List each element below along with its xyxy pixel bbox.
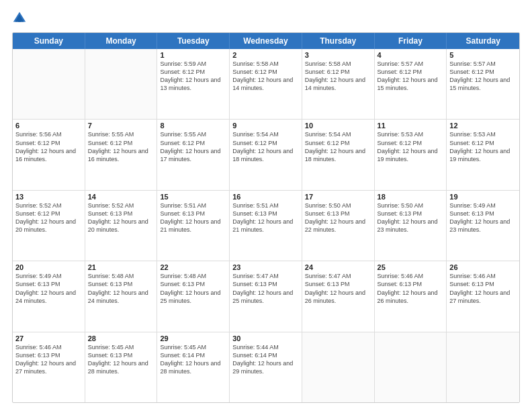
daylight-text: Daylight: 12 hours and 16 minutes. <box>88 147 154 163</box>
day-number: 30 <box>232 334 299 342</box>
calendar-cell: 7Sunrise: 5:55 AMSunset: 6:12 PMDaylight… <box>85 120 158 189</box>
calendar-cell: 9Sunrise: 5:54 AMSunset: 6:12 PMDaylight… <box>230 120 302 189</box>
sunrise-text: Sunrise: 5:55 AM <box>88 130 154 138</box>
day-number: 5 <box>449 51 517 59</box>
day-number: 14 <box>88 193 154 201</box>
day-number: 1 <box>160 51 226 59</box>
calendar-week-row: 1Sunrise: 5:59 AMSunset: 6:12 PMDaylight… <box>13 49 519 120</box>
calendar-cell: 20Sunrise: 5:49 AMSunset: 6:13 PMDayligh… <box>13 261 85 331</box>
sunset-text: Sunset: 6:13 PM <box>232 210 299 218</box>
calendar-cell: 3Sunrise: 5:58 AMSunset: 6:12 PMDaylight… <box>302 49 375 119</box>
day-number: 16 <box>232 193 299 201</box>
calendar-cell: 17Sunrise: 5:50 AMSunset: 6:13 PMDayligh… <box>302 191 375 261</box>
header-cell-tuesday: Tuesday <box>157 33 230 49</box>
sunrise-text: Sunrise: 5:53 AM <box>378 130 444 138</box>
sunrise-text: Sunrise: 5:59 AM <box>160 60 226 68</box>
daylight-text: Daylight: 12 hours and 19 minutes. <box>449 147 517 163</box>
calendar-cell <box>85 49 158 119</box>
day-number: 22 <box>160 263 226 271</box>
sunrise-text: Sunrise: 5:49 AM <box>15 272 82 280</box>
sunset-text: Sunset: 6:12 PM <box>160 68 226 76</box>
daylight-text: Daylight: 12 hours and 16 minutes. <box>15 147 82 163</box>
sunrise-text: Sunrise: 5:54 AM <box>305 130 371 138</box>
sunrise-text: Sunrise: 5:48 AM <box>88 272 154 280</box>
calendar-header-row: SundayMondayTuesdayWednesdayThursdayFrid… <box>13 33 519 49</box>
header-cell-sunday: Sunday <box>13 33 85 49</box>
day-number: 17 <box>305 193 371 201</box>
calendar-cell: 15Sunrise: 5:51 AMSunset: 6:13 PMDayligh… <box>157 191 230 261</box>
sunrise-text: Sunrise: 5:57 AM <box>449 60 517 68</box>
daylight-text: Daylight: 12 hours and 18 minutes. <box>305 147 371 163</box>
sunset-text: Sunset: 6:13 PM <box>160 210 226 218</box>
calendar-week-row: 20Sunrise: 5:49 AMSunset: 6:13 PMDayligh… <box>13 261 519 332</box>
day-number: 12 <box>449 122 517 130</box>
sunrise-text: Sunrise: 5:54 AM <box>232 130 299 138</box>
svg-rect-2 <box>18 18 21 22</box>
day-number: 7 <box>88 122 154 130</box>
sunrise-text: Sunrise: 5:50 AM <box>305 201 371 210</box>
sunset-text: Sunset: 6:13 PM <box>160 280 226 288</box>
header-cell-thursday: Thursday <box>302 33 375 49</box>
daylight-text: Daylight: 12 hours and 24 minutes. <box>15 289 82 305</box>
day-number: 15 <box>160 193 226 201</box>
calendar-cell: 25Sunrise: 5:46 AMSunset: 6:13 PMDayligh… <box>375 261 447 331</box>
sunset-text: Sunset: 6:13 PM <box>15 280 82 288</box>
day-number: 8 <box>160 122 226 130</box>
calendar-cell: 29Sunrise: 5:45 AMSunset: 6:14 PMDayligh… <box>157 332 230 402</box>
daylight-text: Daylight: 12 hours and 25 minutes. <box>160 289 226 305</box>
daylight-text: Daylight: 12 hours and 21 minutes. <box>232 218 299 234</box>
day-number: 23 <box>232 263 299 271</box>
day-number: 13 <box>15 193 82 201</box>
sunrise-text: Sunrise: 5:46 AM <box>449 272 517 280</box>
calendar-cell: 11Sunrise: 5:53 AMSunset: 6:12 PMDayligh… <box>375 120 447 189</box>
daylight-text: Daylight: 12 hours and 28 minutes. <box>160 359 226 375</box>
sunrise-text: Sunrise: 5:44 AM <box>232 343 299 351</box>
sunset-text: Sunset: 6:13 PM <box>15 351 82 359</box>
sunset-text: Sunset: 6:12 PM <box>15 210 82 218</box>
day-number: 28 <box>88 334 154 342</box>
calendar-cell: 8Sunrise: 5:55 AMSunset: 6:12 PMDaylight… <box>157 120 230 189</box>
sunset-text: Sunset: 6:12 PM <box>160 139 226 147</box>
daylight-text: Daylight: 12 hours and 13 minutes. <box>160 76 226 92</box>
sunrise-text: Sunrise: 5:53 AM <box>449 130 517 138</box>
calendar-cell: 10Sunrise: 5:54 AMSunset: 6:12 PMDayligh… <box>302 120 375 189</box>
calendar-cell: 13Sunrise: 5:52 AMSunset: 6:12 PMDayligh… <box>13 191 85 261</box>
calendar-cell <box>447 332 519 402</box>
daylight-text: Daylight: 12 hours and 23 minutes. <box>378 218 444 234</box>
day-number: 11 <box>378 122 444 130</box>
sunrise-text: Sunrise: 5:58 AM <box>232 60 299 68</box>
sunset-text: Sunset: 6:14 PM <box>232 351 299 359</box>
calendar-week-row: 27Sunrise: 5:46 AMSunset: 6:13 PMDayligh… <box>13 332 519 402</box>
daylight-text: Daylight: 12 hours and 21 minutes. <box>160 218 226 234</box>
sunrise-text: Sunrise: 5:55 AM <box>160 130 226 138</box>
sunset-text: Sunset: 6:13 PM <box>449 210 517 218</box>
day-number: 20 <box>15 263 82 271</box>
calendar-cell: 12Sunrise: 5:53 AMSunset: 6:12 PMDayligh… <box>447 120 519 189</box>
daylight-text: Daylight: 12 hours and 29 minutes. <box>232 359 299 375</box>
calendar-cell: 2Sunrise: 5:58 AMSunset: 6:12 PMDaylight… <box>230 49 302 119</box>
calendar-cell: 19Sunrise: 5:49 AMSunset: 6:13 PMDayligh… <box>447 191 519 261</box>
day-number: 27 <box>15 334 82 342</box>
sunrise-text: Sunrise: 5:52 AM <box>88 201 154 210</box>
calendar-cell: 14Sunrise: 5:52 AMSunset: 6:13 PMDayligh… <box>85 191 158 261</box>
sunset-text: Sunset: 6:12 PM <box>232 139 299 147</box>
daylight-text: Daylight: 12 hours and 15 minutes. <box>449 76 517 92</box>
day-number: 6 <box>15 122 82 130</box>
calendar-cell: 6Sunrise: 5:56 AMSunset: 6:12 PMDaylight… <box>13 120 85 189</box>
daylight-text: Daylight: 12 hours and 17 minutes. <box>160 147 226 163</box>
calendar-cell: 23Sunrise: 5:47 AMSunset: 6:13 PMDayligh… <box>230 261 302 331</box>
sunset-text: Sunset: 6:12 PM <box>305 139 371 147</box>
sunset-text: Sunset: 6:13 PM <box>305 210 371 218</box>
day-number: 18 <box>378 193 444 201</box>
calendar-week-row: 6Sunrise: 5:56 AMSunset: 6:12 PMDaylight… <box>13 120 519 190</box>
calendar-cell <box>13 49 85 119</box>
daylight-text: Daylight: 12 hours and 14 minutes. <box>232 76 299 92</box>
day-number: 10 <box>305 122 371 130</box>
calendar-cell: 16Sunrise: 5:51 AMSunset: 6:13 PMDayligh… <box>230 191 302 261</box>
header <box>12 11 520 26</box>
logo-icon <box>12 11 27 26</box>
sunset-text: Sunset: 6:12 PM <box>449 139 517 147</box>
daylight-text: Daylight: 12 hours and 20 minutes. <box>15 218 82 234</box>
header-cell-friday: Friday <box>375 33 447 49</box>
day-number: 19 <box>449 193 517 201</box>
